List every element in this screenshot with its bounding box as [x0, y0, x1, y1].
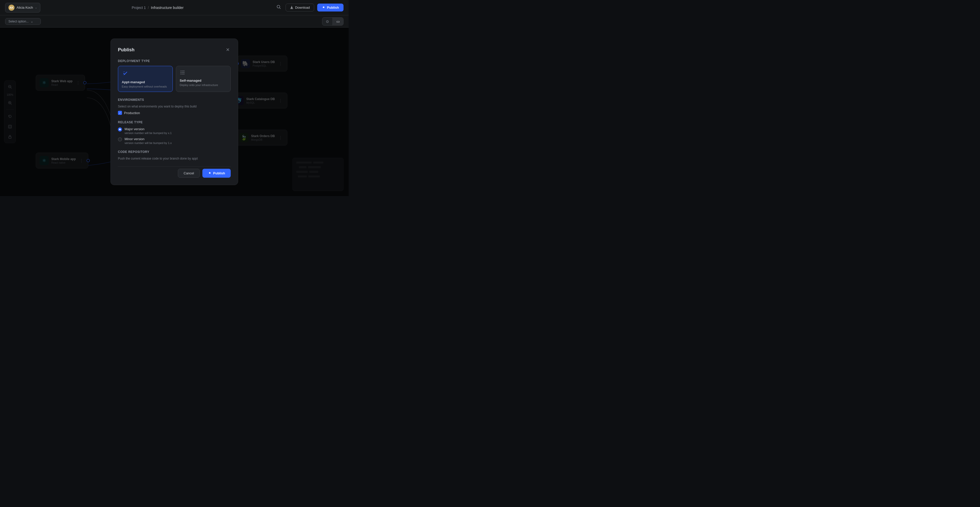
production-checkbox[interactable]: ✓ [118, 111, 122, 115]
environments-label: Environments [118, 98, 231, 102]
view-screen-button[interactable]: ▭ [333, 18, 343, 25]
major-version-row[interactable]: Major version version number will be bum… [118, 127, 231, 134]
select-dropdown[interactable]: Select option... ⌄ [5, 18, 41, 25]
publish-modal-label: Publish [213, 171, 225, 175]
publish-top-label: Publish [327, 6, 339, 10]
secondary-toolbar: Select option... ⌄ ⊙ ▭ [0, 15, 348, 27]
code-repo-section: Code Repository Push the current release… [118, 150, 231, 160]
modal-close-button[interactable]: ✕ [225, 46, 231, 54]
production-checkbox-row: ✓ Production [118, 111, 231, 115]
release-options: Major version version number will be bum… [118, 127, 231, 145]
appt-managed-desc: Easy deployment without overheads [122, 85, 169, 88]
current-page: Infrastructure builder [151, 6, 183, 10]
modal-footer: Cancel Publish [118, 166, 231, 178]
self-managed-icon [180, 70, 227, 77]
release-section: Release Type Major version version numbe… [118, 121, 231, 145]
select-placeholder: Select option... [8, 20, 29, 23]
download-label: Download [295, 6, 310, 10]
view-toggles: ⊙ ▭ [322, 18, 344, 26]
topbar-right: Download Publish [275, 3, 344, 12]
modal-header: Publish ✕ [118, 46, 231, 54]
separator: / [148, 6, 149, 10]
production-label: Production [124, 111, 140, 115]
self-managed-card[interactable]: Self-managed Deploy onto your infrastruc… [176, 66, 231, 92]
canvas: 100% [0, 27, 348, 196]
appt-managed-title: Appt-managed [122, 80, 169, 84]
topbar-left: AK Alicia Koch ⌄ [5, 3, 40, 13]
minor-version-row[interactable]: Minor version version number will be bum… [118, 137, 231, 145]
modal-overlay: Publish ✕ Deployment Type Appt-m [0, 27, 348, 196]
user-selector[interactable]: AK Alicia Koch ⌄ [5, 3, 40, 13]
publish-modal-button[interactable]: Publish [202, 169, 231, 178]
publish-button-top[interactable]: Publish [317, 3, 344, 11]
download-button[interactable]: Download [286, 3, 314, 11]
major-version-text: Major version version number will be bum… [124, 127, 172, 134]
publish-modal: Publish ✕ Deployment Type Appt-m [110, 38, 238, 185]
environments-section: Environments Select on what environments… [118, 98, 231, 115]
major-version-sublabel: version number will be bumped by x.1 [124, 131, 172, 134]
search-button[interactable] [275, 3, 283, 12]
deployment-type-label: Deployment Type [118, 59, 231, 63]
chevron-down-icon: ⌄ [35, 6, 37, 9]
view-circle-button[interactable]: ⊙ [322, 18, 333, 25]
minor-version-text: Minor version version number will be bum… [124, 137, 172, 145]
select-chevron-icon: ⌄ [30, 20, 33, 23]
svg-line-1 [280, 8, 281, 9]
minor-version-label: Minor version [124, 137, 172, 141]
modal-title: Publish [118, 47, 135, 53]
deployment-cards: Appt-managed Easy deployment without ove… [118, 66, 231, 92]
self-managed-desc: Deploy onto your infrastructure [180, 83, 227, 86]
avatar: AK [8, 5, 14, 11]
close-icon: ✕ [226, 47, 230, 52]
project-name[interactable]: Project 1 [132, 6, 146, 10]
user-name: Alicia Koch [17, 6, 33, 10]
major-version-radio[interactable] [118, 128, 122, 131]
svg-point-0 [277, 5, 280, 8]
cancel-label: Cancel [184, 171, 194, 175]
major-version-label: Major version [124, 127, 172, 131]
breadcrumb: Project 1 / Infrastructure builder [132, 6, 184, 10]
minor-version-radio[interactable] [118, 137, 122, 142]
appt-managed-card[interactable]: Appt-managed Easy deployment without ove… [118, 66, 173, 92]
topbar: AK Alicia Koch ⌄ Project 1 / Infrastruct… [0, 0, 348, 15]
code-repo-label: Code Repository [118, 150, 231, 154]
code-repo-desc: Push the current release code to your br… [118, 157, 231, 160]
minor-version-sublabel: version number will be bumped by 1.x [124, 142, 172, 145]
appt-managed-icon [122, 70, 169, 78]
environments-desc: Select on what environments you want to … [118, 105, 231, 108]
cancel-button[interactable]: Cancel [178, 169, 200, 178]
release-type-label: Release Type [118, 121, 231, 124]
self-managed-title: Self-managed [180, 79, 227, 83]
